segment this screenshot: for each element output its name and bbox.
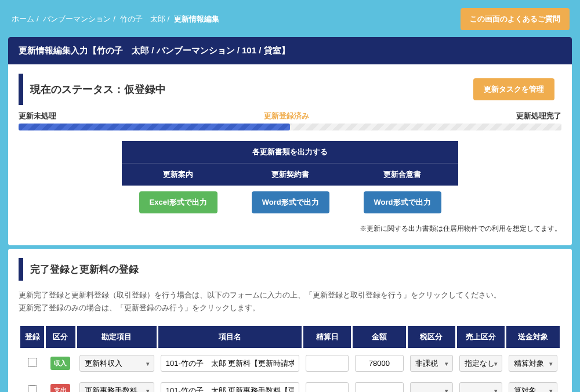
- row2-badge: 支出: [50, 384, 70, 392]
- row2-amount-input[interactable]: [355, 382, 404, 392]
- progress-bar: [19, 124, 561, 130]
- table-row: 支出 更新事務手数料 算対象: [20, 379, 560, 392]
- faq-button[interactable]: この画面のよくあるご質問: [461, 8, 570, 30]
- row2-item-input[interactable]: [161, 382, 299, 392]
- output-col-contract: 更新契約書: [234, 164, 346, 186]
- export-word-agreement-button[interactable]: Word形式で出力: [364, 191, 441, 213]
- manage-task-button[interactable]: 更新タスクを管理: [473, 78, 554, 100]
- export-word-contract-button[interactable]: Word形式で出力: [252, 191, 329, 213]
- breadcrumb-building[interactable]: バンブーマンション: [43, 14, 111, 23]
- th-kbn: 区分: [46, 326, 75, 348]
- breadcrumb: ホーム/ バンブーマンション/ 竹の子 太郎/ 更新情報編集: [10, 14, 220, 24]
- output-col-agreement: 更新合意書: [346, 164, 458, 186]
- row1-sale-select[interactable]: 指定なし: [459, 355, 502, 372]
- section-title: 完了登録と更新料の登録: [19, 258, 561, 281]
- row2-target-select[interactable]: 算対象: [509, 382, 557, 392]
- page-title: 更新情報編集入力【竹の子 太郎 / バンブーマンション / 101 / 貸室】: [8, 37, 572, 64]
- th-target: 送金対象: [506, 326, 560, 348]
- th-account: 勘定項目: [77, 326, 157, 348]
- row1-checkbox[interactable]: [28, 358, 37, 367]
- export-excel-button[interactable]: Excel形式で出力: [139, 191, 217, 213]
- row1-account-select[interactable]: 更新料収入: [79, 355, 154, 372]
- section-description: 更新完了登録と更新料登録（取引登録）を行う場合は、以下のフォームに入力の上、「更…: [19, 289, 561, 314]
- output-note: ※更新に関する出力書類は住居用物件での利用を想定してます。: [19, 224, 561, 234]
- th-register: 登録: [20, 326, 44, 348]
- row1-target-select[interactable]: 精算対象: [509, 355, 557, 372]
- output-table: 各更新書類を出力する 更新案内 更新契約書 更新合意書 Excel形式で出力 W…: [122, 141, 458, 219]
- row1-badge: 収入: [50, 357, 70, 370]
- row2-date-input[interactable]: [306, 382, 349, 392]
- breadcrumb-current: 更新情報編集: [174, 14, 219, 23]
- row2-account-select[interactable]: 更新事務手数料: [79, 382, 154, 392]
- fee-table: 登録 区分 勘定項目 項目名 精算日 金額 税区分 売上区分 送金対象 収入: [19, 322, 561, 392]
- th-tax: 税区分: [408, 326, 455, 348]
- row1-amount-input[interactable]: [355, 355, 404, 372]
- th-sale: 売上区分: [457, 326, 505, 348]
- th-date: 精算日: [303, 326, 351, 348]
- progress-label-mid: 更新登録済み: [264, 111, 309, 121]
- row2-tax-select[interactable]: [410, 382, 453, 392]
- status-heading: 現在のステータス：仮登録中: [30, 82, 473, 96]
- breadcrumb-home[interactable]: ホーム: [12, 14, 34, 23]
- th-item: 項目名: [158, 326, 302, 348]
- output-header: 各更新書類を出力する: [122, 141, 458, 164]
- row1-item-input[interactable]: [161, 355, 299, 372]
- output-col-guide: 更新案内: [122, 164, 234, 186]
- th-amount: 金額: [353, 326, 406, 348]
- row1-tax-select[interactable]: 非課税: [410, 355, 453, 372]
- table-row: 収入 更新料収入 非課税 指定なし 精算対象: [20, 351, 560, 375]
- progress-label-right: 更新処理完了: [516, 111, 561, 121]
- breadcrumb-tenant[interactable]: 竹の子 太郎: [120, 14, 165, 23]
- row2-sale-select[interactable]: [459, 382, 502, 392]
- row1-date-input[interactable]: [306, 355, 349, 372]
- progress-label-left: 更新未処理: [19, 111, 56, 121]
- row2-checkbox[interactable]: [28, 385, 37, 392]
